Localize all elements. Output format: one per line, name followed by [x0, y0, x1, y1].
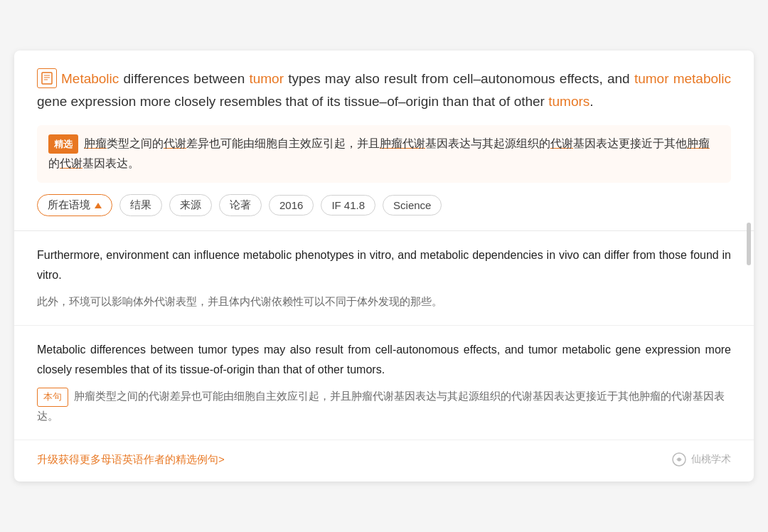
tag-result[interactable]: 结果 [119, 194, 162, 216]
cn-tumor1: 肿瘤 [84, 137, 107, 149]
scrollbar[interactable] [747, 223, 751, 265]
word-tumors: tumors [548, 94, 590, 109]
cn-tumor2: 肿瘤 [687, 137, 710, 149]
tag-journal-label: Science [393, 199, 431, 211]
tag-paper[interactable]: 论著 [219, 194, 262, 216]
cn-metabolism1: 代谢 [164, 137, 186, 149]
tag-source[interactable]: 来源 [169, 194, 212, 216]
tag-if-label: IF 41.8 [331, 199, 365, 211]
word-tumor1: tumor [249, 71, 284, 86]
main-card: Metabolic differences between tumor type… [14, 50, 754, 482]
section2-english: Metabolic differences between tumor type… [37, 340, 731, 380]
cn-tumor-metabolic: 肿瘤代谢 [380, 137, 425, 149]
footer: 升级获得更多母语英语作者的精选例句> 仙桃学术 [14, 440, 754, 482]
triangle-icon [95, 203, 102, 208]
doc-icon [37, 68, 57, 88]
section1-english: Furthermore, environment can influence m… [37, 245, 731, 285]
upgrade-link[interactable]: 升级获得更多母语英语作者的精选例句> [37, 453, 225, 467]
main-english-text: Metabolic differences between tumor type… [37, 68, 731, 114]
svg-rect-0 [42, 73, 52, 84]
benj-badge: 本句 [37, 388, 68, 407]
translation-block: 精选肿瘤类型之间的代谢差异也可能由细胞自主效应引起，并且肿瘤代谢基因表达与其起源… [37, 125, 731, 183]
tag-year[interactable]: 2016 [269, 195, 314, 216]
svg-point-5 [678, 458, 681, 462]
cn-metabolism2: 代谢 [550, 137, 573, 149]
section2: Metabolic differences between tumor type… [14, 326, 754, 440]
tag-context[interactable]: 所在语境 [37, 194, 112, 216]
section1-chinese: 此外，环境可以影响体外代谢表型，并且体内代谢依赖性可以不同于体外发现的那些。 [37, 292, 731, 311]
section1: Furthermore, environment can influence m… [14, 231, 754, 326]
tag-result-label: 结果 [130, 198, 151, 212]
tag-if[interactable]: IF 41.8 [321, 195, 375, 216]
word-tumor-metabolic: tumor metabolic [634, 71, 731, 86]
brand-watermark: 仙桃学术 [671, 452, 731, 467]
tag-paper-label: 论著 [230, 198, 251, 212]
brand-name: 仙桃学术 [691, 453, 731, 466]
tag-context-label: 所在语境 [48, 198, 90, 212]
cn-metabolism3: 代谢 [60, 157, 82, 169]
brand-icon [671, 452, 687, 467]
tag-year-label: 2016 [279, 199, 303, 211]
word-metabolic: Metabolic [61, 71, 119, 86]
section2-chinese: 本句肿瘤类型之间的代谢差异也可能由细胞自主效应引起，并且肿瘤代谢基因表达与其起源… [37, 387, 731, 425]
top-section: Metabolic differences between tumor type… [14, 50, 754, 231]
tags-row: 所在语境 结果 来源 论著 2016 IF 41.8 [37, 194, 731, 216]
tag-journal[interactable]: Science [383, 195, 442, 216]
jingxuan-badge: 精选 [48, 134, 78, 154]
tag-source-label: 来源 [180, 198, 201, 212]
